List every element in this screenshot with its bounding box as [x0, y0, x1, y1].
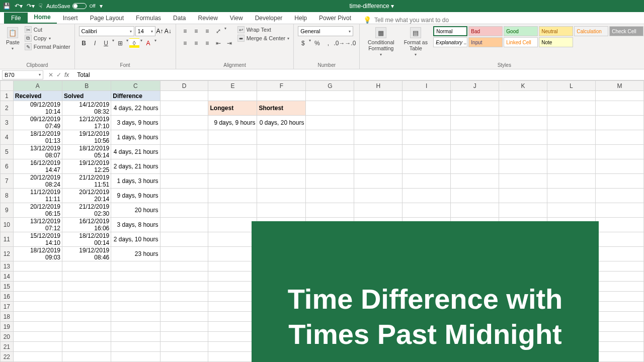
touch-mode-icon[interactable]: ☟ [39, 3, 42, 10]
cell[interactable] [306, 130, 354, 145]
cell[interactable] [62, 352, 111, 362]
style-calculation[interactable]: Calculation [574, 26, 608, 36]
cell[interactable] [499, 174, 547, 189]
cell[interactable] [160, 312, 208, 322]
fill-color-button[interactable]: ◊ [129, 38, 139, 48]
formula-input[interactable] [75, 71, 644, 78]
cell[interactable] [208, 159, 257, 174]
cell[interactable] [62, 282, 111, 292]
cell[interactable]: 0 days, 20 hours [257, 116, 306, 130]
cell[interactable] [403, 159, 451, 174]
cell[interactable] [160, 218, 208, 232]
col-header-J[interactable]: J [451, 81, 499, 91]
col-header-I[interactable]: I [403, 81, 451, 91]
cell[interactable]: 15/12/2019 14:10 [13, 232, 62, 247]
cell[interactable] [354, 101, 403, 116]
decrease-decimal-button[interactable]: →.0 [345, 38, 355, 48]
cell[interactable] [208, 272, 257, 282]
row-header-17[interactable]: 17 [1, 302, 14, 312]
select-all-corner[interactable] [1, 81, 14, 91]
cell[interactable] [160, 91, 208, 101]
decrease-font-button[interactable]: A↓ [165, 28, 172, 35]
cut-button[interactable]: ✂Cut [25, 26, 70, 33]
cell[interactable] [306, 145, 354, 159]
cell[interactable] [208, 292, 257, 302]
row-header-18[interactable]: 18 [1, 312, 14, 322]
cell[interactable] [547, 145, 596, 159]
cell[interactable] [160, 174, 208, 189]
cell[interactable] [595, 261, 643, 272]
cell[interactable]: 14/12/2019 08:32 [62, 101, 111, 116]
cell[interactable] [208, 145, 257, 159]
cell[interactable] [306, 174, 354, 189]
cell[interactable]: 20/12/2019 20:14 [62, 189, 111, 203]
cell[interactable]: 2 days, 21 hours [111, 159, 160, 174]
cell[interactable] [595, 302, 643, 312]
cell[interactable] [13, 272, 62, 282]
col-header-G[interactable]: G [306, 81, 354, 91]
cell[interactable] [547, 91, 596, 101]
cell[interactable]: 4 days, 22 hours [111, 101, 160, 116]
cell[interactable] [451, 101, 499, 116]
cell[interactable] [208, 232, 257, 247]
copy-button[interactable]: ⧉Copy ▾ [25, 35, 70, 42]
font-family-select[interactable]: Calibri▾ [79, 26, 134, 36]
cell[interactable] [354, 116, 403, 130]
cell[interactable] [160, 189, 208, 203]
cell[interactable] [595, 312, 643, 322]
cell[interactable] [160, 332, 208, 342]
col-header-K[interactable]: K [499, 81, 547, 91]
cell[interactable] [403, 145, 451, 159]
tell-me-search[interactable]: 💡 Tell me what you want to do [363, 16, 449, 24]
cell[interactable] [208, 189, 257, 203]
cell[interactable] [208, 322, 257, 332]
paste-button[interactable]: 📋 Paste ▾ [4, 26, 22, 52]
cell[interactable] [499, 101, 547, 116]
cell[interactable] [13, 292, 62, 302]
cell[interactable] [499, 159, 547, 174]
cell[interactable]: 23 hours [111, 247, 160, 261]
tab-view[interactable]: View [224, 13, 249, 24]
cell[interactable] [547, 130, 596, 145]
cell[interactable]: 3 days, 9 hours [111, 116, 160, 130]
cell[interactable] [160, 203, 208, 218]
row-header-20[interactable]: 20 [1, 332, 14, 342]
cell[interactable]: 11/12/2019 11:11 [13, 189, 62, 203]
align-right-button[interactable]: ≡ [202, 38, 212, 48]
autosave-toggle[interactable]: AutoSave Off [46, 3, 96, 9]
col-header-A[interactable]: A [13, 81, 62, 91]
row-header-6[interactable]: 6 [1, 159, 14, 174]
col-header-D[interactable]: D [160, 81, 208, 91]
col-header-M[interactable]: M [595, 81, 643, 91]
cell[interactable] [257, 145, 306, 159]
cell[interactable] [595, 174, 643, 189]
save-icon[interactable]: 💾 [3, 3, 11, 10]
style-input[interactable]: Input [468, 37, 503, 47]
underline-button[interactable]: U [101, 38, 111, 48]
row-header-3[interactable]: 3 [1, 116, 14, 130]
number-format-select[interactable]: General▾ [298, 26, 353, 36]
cell[interactable] [62, 302, 111, 312]
cell[interactable] [595, 247, 643, 261]
redo-icon[interactable]: ↷▾ [27, 3, 35, 10]
cell[interactable] [62, 272, 111, 282]
cell[interactable] [403, 203, 451, 218]
cell[interactable] [595, 91, 643, 101]
cell[interactable] [208, 91, 257, 101]
cell[interactable] [13, 282, 62, 292]
cell-styles-gallery[interactable]: Normal Bad Good Neutral Calculation Chec… [433, 26, 644, 47]
row-header-1[interactable]: 1 [1, 91, 14, 101]
cell[interactable] [111, 261, 160, 272]
col-header-B[interactable]: B [62, 81, 111, 91]
tab-home[interactable]: Home [28, 12, 56, 24]
cell[interactable]: 1 days, 9 hours [111, 130, 160, 145]
cell[interactable] [595, 272, 643, 282]
cell[interactable] [13, 322, 62, 332]
cell[interactable] [160, 302, 208, 312]
cell[interactable]: Shortest [257, 101, 306, 116]
row-header-12[interactable]: 12 [1, 247, 14, 261]
cell[interactable]: 20/12/2019 06:15 [13, 203, 62, 218]
cell[interactable] [62, 322, 111, 332]
wrap-text-button[interactable]: ↩Wrap Text [237, 26, 290, 33]
style-normal[interactable]: Normal [433, 26, 467, 36]
